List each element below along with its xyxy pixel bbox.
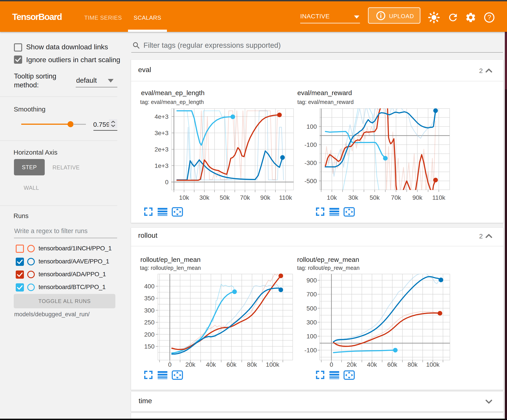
svg-text:4e+3: 4e+3 [155, 113, 169, 120]
svg-text:900: 900 [306, 277, 317, 284]
svg-text:10k: 10k [179, 194, 189, 201]
svg-text:1e+3: 1e+3 [155, 162, 169, 169]
svg-text:-100: -100 [304, 347, 317, 354]
svg-text:50k: 50k [220, 194, 230, 201]
svg-text:110k: 110k [279, 194, 292, 201]
svg-text:200: 200 [144, 331, 155, 338]
svg-text:-500: -500 [304, 178, 317, 185]
svg-text:300: 300 [306, 319, 317, 326]
svg-text:90k: 90k [412, 194, 423, 201]
svg-text:10k: 10k [327, 194, 337, 201]
svg-text:0: 0 [165, 179, 169, 186]
svg-text:?: ? [487, 14, 491, 21]
svg-text:150: 150 [144, 343, 155, 350]
svg-text:-300: -300 [304, 159, 317, 166]
svg-text:400: 400 [144, 283, 155, 290]
svg-text:30k: 30k [348, 194, 359, 201]
svg-text:2e+3: 2e+3 [155, 146, 169, 153]
svg-text:50k: 50k [370, 194, 380, 201]
svg-text:90k: 90k [260, 194, 271, 201]
svg-text:110k: 110k [432, 194, 446, 201]
svg-text:250: 250 [144, 319, 155, 326]
svg-text:70k: 70k [391, 194, 401, 201]
svg-text:-100: -100 [304, 141, 317, 148]
svg-text:500: 500 [306, 305, 317, 312]
svg-text:70k: 70k [240, 194, 250, 201]
svg-text:3e+3: 3e+3 [155, 130, 169, 137]
svg-text:100: 100 [306, 333, 317, 340]
svg-text:700: 700 [306, 291, 317, 298]
svg-text:30k: 30k [199, 194, 210, 201]
svg-text:350: 350 [144, 295, 155, 302]
svg-text:300: 300 [144, 307, 155, 314]
svg-text:100: 100 [306, 123, 317, 130]
